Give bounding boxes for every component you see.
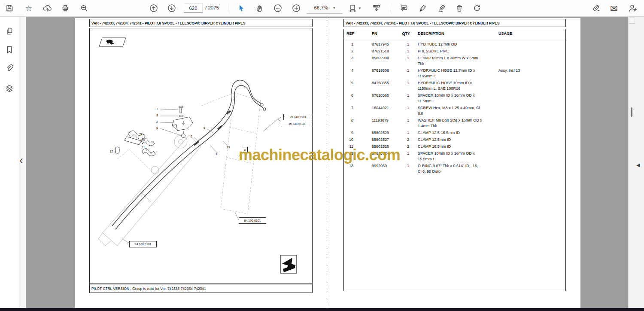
callout-label: 5 bbox=[204, 126, 205, 130]
attachments-button[interactable] bbox=[4, 63, 15, 74]
highlight-button[interactable] bbox=[417, 3, 428, 14]
search-button[interactable] bbox=[79, 3, 90, 14]
cell-pn: 87621518 bbox=[365, 49, 398, 54]
toolbar-divider bbox=[228, 4, 228, 12]
cloud-upload-button[interactable] bbox=[42, 3, 53, 14]
arrow-up-circle-icon bbox=[149, 3, 158, 13]
cloud-upload-icon bbox=[43, 4, 52, 12]
layers-icon bbox=[5, 84, 14, 93]
cell-usage bbox=[492, 49, 565, 54]
favorite-button[interactable]: ☆ bbox=[23, 3, 34, 14]
save-button[interactable] bbox=[4, 3, 15, 14]
bookmarks-button[interactable] bbox=[4, 44, 15, 55]
callout-label: 10 bbox=[141, 139, 145, 142]
share-people-button[interactable] bbox=[627, 3, 638, 14]
scrollbar-thumb[interactable] bbox=[631, 107, 632, 117]
page-number-input[interactable]: 620 bbox=[184, 3, 203, 13]
plus-circle-icon bbox=[292, 3, 301, 13]
print-button[interactable] bbox=[60, 3, 71, 14]
highlighter-icon bbox=[419, 4, 427, 12]
cell-ref: 2 bbox=[344, 49, 365, 54]
fit-page-caret[interactable]: ▾ bbox=[357, 3, 362, 14]
table-row: 4 87619506 1 HYDRAULIC HOSE 12.7mm ID x … bbox=[344, 67, 565, 79]
cell-ref: 9 bbox=[344, 130, 365, 136]
chevron-down-icon: ▾ bbox=[359, 6, 361, 10]
ink-pen-icon bbox=[437, 4, 446, 12]
zoom-in-button[interactable] bbox=[291, 3, 302, 14]
cell-pn: 11193879 bbox=[365, 118, 398, 129]
ref-label-box: 84.100.0301 bbox=[239, 217, 266, 224]
pages-icon bbox=[5, 27, 14, 36]
comment-bubble-icon bbox=[400, 4, 408, 12]
table-row: 5 84150355 1 HYDRAULIC HOSE 10mm ID x 11… bbox=[344, 79, 565, 92]
zoom-out-button[interactable] bbox=[272, 3, 283, 14]
table-row: 7 16044021 1 SCREW Hex, M8 x 1.25 x 40mm… bbox=[344, 104, 565, 117]
comment-button[interactable] bbox=[398, 3, 410, 14]
hand-tool-button[interactable] bbox=[254, 3, 265, 14]
callout-label: 13 bbox=[226, 146, 230, 149]
cell-ref: 10 bbox=[344, 137, 365, 143]
cell-ref: 4 bbox=[344, 68, 365, 79]
left-panel-sidebar bbox=[0, 16, 19, 308]
chevron-down-icon: ▾ bbox=[333, 6, 335, 10]
zoom-level-value: 66,7% bbox=[314, 5, 328, 10]
table-row: 6 87610565 1 SPACER 10mm ID x 16mm OD x … bbox=[344, 92, 565, 104]
select-tool-button[interactable] bbox=[236, 3, 247, 14]
toolbar-divider bbox=[390, 4, 390, 12]
refresh-button[interactable] bbox=[471, 3, 483, 14]
cell-description: CLAMP 65mm L x 30mm W x 5mm Thk bbox=[410, 55, 492, 67]
view-direction-icon bbox=[99, 38, 126, 46]
next-spread-arrow[interactable]: ◀ bbox=[636, 162, 640, 168]
column-header-pn: PN bbox=[365, 31, 398, 36]
table-row: 8 11193879 1 WASHER M8 Bolt Size x 16mm … bbox=[344, 117, 565, 129]
cell-description: PRESSURE PIPE bbox=[410, 49, 492, 54]
cell-description: SCREW Hex, M8 x 1.25 x 40mm, Cl 8.8 bbox=[410, 105, 492, 116]
cell-pn: 85802900 bbox=[365, 55, 398, 67]
next-page-button[interactable] bbox=[166, 3, 177, 14]
parts-table-header: REF PN QTY DESCRIPTION USAGE bbox=[344, 29, 565, 38]
trash-icon bbox=[455, 4, 464, 12]
search-icon bbox=[80, 4, 88, 12]
star-icon: ☆ bbox=[25, 4, 32, 12]
zoom-level-dropdown[interactable]: 66,7% ▾ bbox=[307, 2, 343, 14]
cell-qty: 1 bbox=[398, 80, 410, 91]
cell-qty: 1 bbox=[398, 105, 410, 116]
sign-button[interactable] bbox=[436, 3, 447, 14]
minus-circle-icon bbox=[273, 3, 283, 13]
hand-icon bbox=[255, 4, 264, 12]
cell-description: WASHER M8 Bolt Size x 16mm OD x 1.4mm Th… bbox=[410, 118, 492, 129]
callout-label: 11 bbox=[142, 146, 145, 149]
ref-label-box: 84.100.0101 bbox=[129, 241, 157, 247]
cell-pn: 87619506 bbox=[365, 68, 398, 79]
cell-pn: 85802527 bbox=[365, 137, 398, 143]
cell-description: CLAMP 12.5mm ID bbox=[410, 137, 492, 143]
table-row: 1 87617945 1 HYD TUBE 12 mm OD bbox=[344, 41, 565, 48]
scrollbar-top-button[interactable] bbox=[629, 18, 635, 24]
table-row: 2 87621518 1 PRESSURE PIPE bbox=[344, 48, 565, 55]
column-header-usage: USAGE bbox=[492, 31, 565, 36]
cell-usage bbox=[492, 163, 565, 174]
email-button[interactable]: ✉ bbox=[608, 3, 620, 14]
previous-page-button[interactable] bbox=[148, 3, 159, 14]
callout-label: 1 bbox=[216, 152, 217, 156]
layers-button[interactable] bbox=[4, 83, 15, 94]
fit-page-icon bbox=[349, 4, 358, 12]
cursor-arrow-icon bbox=[237, 4, 246, 12]
page-total-label: / 2075 bbox=[205, 3, 219, 12]
pdf-viewer-window: { "toolbar": { "page_input": "620", "pag… bbox=[0, 0, 644, 311]
page-thumbnails-button[interactable] bbox=[4, 26, 15, 37]
delete-button[interactable] bbox=[454, 3, 465, 14]
cell-usage bbox=[492, 55, 565, 67]
callout-label: 8 bbox=[156, 114, 158, 117]
cell-pn: 85802529 bbox=[365, 130, 398, 136]
cell-usage bbox=[492, 144, 565, 149]
table-row: 3 85802900 1 CLAMP 65mm L x 30mm W x 5mm… bbox=[344, 55, 565, 67]
share-link-button[interactable] bbox=[591, 3, 602, 14]
previous-spread-arrow[interactable]: ‹ bbox=[19, 155, 23, 166]
vertical-scrollbar[interactable] bbox=[628, 16, 635, 308]
cell-ref: 1 bbox=[344, 42, 365, 47]
cell-description: HYD TUBE 12 mm OD bbox=[410, 42, 492, 47]
fit-width-button[interactable] bbox=[371, 3, 382, 14]
fit-width-icon bbox=[372, 4, 381, 12]
right-page-header: VAR - 742333, 742334, 742341 - PILOT 7,8… bbox=[343, 19, 566, 27]
